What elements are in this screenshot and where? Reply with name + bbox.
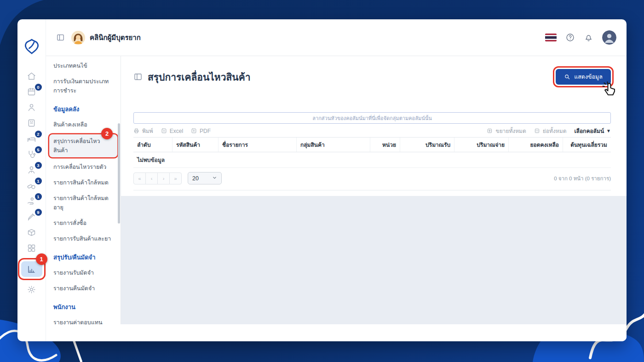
table-header-row: ลำดับ รหัสสินค้า ชื่อรายการ กลุ่มสินค้า … [133,137,611,152]
column-header[interactable]: รหัสสินค้า [172,138,218,152]
count-badge: 1 [35,193,42,200]
collapse-all-icon [534,128,540,134]
click-cursor-icon [601,81,618,98]
menu-item[interactable]: รายงานค่าตอบแทน [46,315,121,324]
expand-all-button[interactable]: ขยายทั้งหมด [487,126,526,135]
help-icon[interactable] [565,33,575,42]
pills-rail-item[interactable]: 1 [21,180,42,190]
count-badge: 2 [35,131,42,138]
pagination-nav-button[interactable]: « [133,172,146,184]
menu-item[interactable]: รายการรับสินค้าและยา [46,231,121,247]
menu-item[interactable]: รายงานคืนมัดจำ [46,281,121,296]
empty-state-text: ไม่พบข้อมูล [133,152,611,168]
menu-item[interactable]: รายการสินค้าใกล้หมด [46,175,121,190]
bar-chart-rail-item[interactable]: 1 [21,261,42,277]
chevron-down-icon [212,175,217,182]
menu-item-label: รายงานคืนมัดจำ [53,285,95,292]
menu-item[interactable]: การรับเงินตามประเภทการชำระ [46,74,121,98]
page-size-value: 20 [192,175,199,182]
pagination-nav-button[interactable]: ‹ [145,172,158,184]
column-header[interactable]: ต้นทุนเฉลี่ยรวม [563,138,611,152]
home-rail-item[interactable] [21,71,42,81]
page-title-icon [133,72,143,81]
bed-rail-item[interactable]: 2 [21,133,42,144]
column-header[interactable]: ชื่อรายการ [218,138,297,152]
menu-item[interactable]: ข้อมูลคลัง [46,98,121,117]
language-thai-flag-icon[interactable] [545,34,557,41]
menu-item-label: การเคลื่อนไหวรายตัว [53,164,106,170]
person-rail-item[interactable] [21,102,42,112]
column-header[interactable]: ลำดับ [133,138,172,152]
menu-item-label: การรับเงินตามประเภทการชำระ [53,78,109,94]
column-header[interactable]: ปริมาณรับ [400,138,454,152]
collapse-all-button[interactable]: ย่อทั้งหมด [534,126,567,135]
expand-all-icon [487,128,493,134]
collapse-all-label: ย่อทั้งหมด [543,126,567,135]
search-icon [564,74,570,80]
menu-item-label: สรุปรับ/คืนมัดจำ [53,254,96,261]
column-header[interactable]: ยอดคงเหลือ [509,138,563,152]
page-size-select[interactable]: 20 [188,172,222,184]
show-data-button-label: แสดงข้อมูล [574,72,603,81]
count-badge: 9 [35,209,42,216]
menu-scrollbar[interactable] [118,123,120,224]
export-pdf-button[interactable]: PDF [191,128,211,134]
export-excel-button[interactable]: Excel [161,128,183,134]
clinic-selector[interactable]: คลินิกผู้มีบุตรยาก [71,31,141,45]
app-window: 0 2 [17,19,627,341]
page-title: สรุปการเคลื่อนไหวสินค้า [148,69,250,85]
print-label: พิมพ์ [142,126,153,135]
group-by-drop-zone[interactable]: ลากส่วนหัวของคอลัมน์มาที่นี่เพื่อจัดกลุ่… [133,112,611,124]
menu-item[interactable]: พนักงาน [46,296,121,315]
menu-item[interactable]: ประเภทคนไข้ [46,58,121,74]
annotation-step-badge: 1 [36,253,47,265]
count-badge: 5 [35,146,42,153]
icon-rail: 0 2 [17,19,46,341]
content-background [121,196,627,324]
pagination-nav: «‹›» [133,172,182,184]
brand-logo-icon[interactable] [23,38,40,55]
pagination-info: 0 จาก 0 หน้า (0 รายการ) [554,174,611,183]
sidebar-toggle-icon[interactable] [56,33,65,42]
menu-item-label: รายการรับสินค้าและยา [53,236,111,242]
menu-item[interactable]: รายงานรับมัดจำ [46,265,121,281]
column-header[interactable]: กลุ่มสินค้า [297,138,370,152]
clinic-name: คลินิกผู้มีบุตรยาก [90,32,141,43]
pagination-nav-button[interactable]: › [157,172,170,184]
expand-all-label: ขยายทั้งหมด [495,126,526,135]
stethoscope-rail-item[interactable]: 5 [21,149,42,159]
doctor-rail-item[interactable]: 3 [21,165,42,175]
bar-chart-icon [27,264,36,274]
grid-rail-item[interactable] [21,243,42,253]
menu-item[interactable]: รายการสินค้าใกล้หมดอายุ [46,190,121,215]
menu-item-label: พนักงาน [53,304,75,310]
pagination-bar: «‹›» 20 0 จาก 0 หน้า (0 รายการ) [133,168,611,186]
hand-coin-rail-item[interactable]: 1 [21,196,42,206]
column-chooser-button[interactable]: เลือกคอลัมน์ ▼ [574,126,611,135]
count-badge: 0 [35,84,42,91]
gear-rail-item[interactable] [21,284,42,294]
menu-item[interactable]: การเคลื่อนไหวรายตัว [46,159,121,175]
pagination-nav-button[interactable]: » [169,172,182,184]
kiosk-rail-item[interactable] [21,118,42,128]
menu-item[interactable]: สรุปการเคลื่อนไหวสินค้า 2 [49,134,117,157]
person-icon [27,103,36,112]
excel-label: Excel [170,128,183,134]
package-rail-item[interactable] [21,227,42,237]
main-content: สรุปการเคลื่อนไหวสินค้า แสดงข้อมูล [121,56,627,324]
column-header[interactable]: ปริมาณจ่าย [454,138,509,152]
print-button[interactable]: พิมพ์ [133,126,153,135]
menu-item-label: รายการสินค้าใกล้หมด [53,179,109,186]
notifications-bell-icon[interactable] [584,33,593,42]
menu-item[interactable]: สรุปรับ/คืนมัดจำ [46,247,121,265]
menu-item[interactable]: รายการสั่งซื้อ [46,215,121,231]
column-header[interactable]: หน่วย [370,138,400,152]
home-icon [27,71,36,81]
menu-item-label: ข้อมูลคลัง [53,106,79,113]
calendar-rail-item[interactable]: 0 [21,86,42,97]
syringe-rail-item[interactable]: 9 [21,212,42,222]
pdf-icon [191,128,197,134]
user-avatar[interactable] [602,30,616,45]
chevron-down-icon: ▼ [606,128,611,133]
data-grid: ลากส่วนหัวของคอลัมน์มาที่นี่เพื่อจัดกลุ่… [133,112,611,190]
